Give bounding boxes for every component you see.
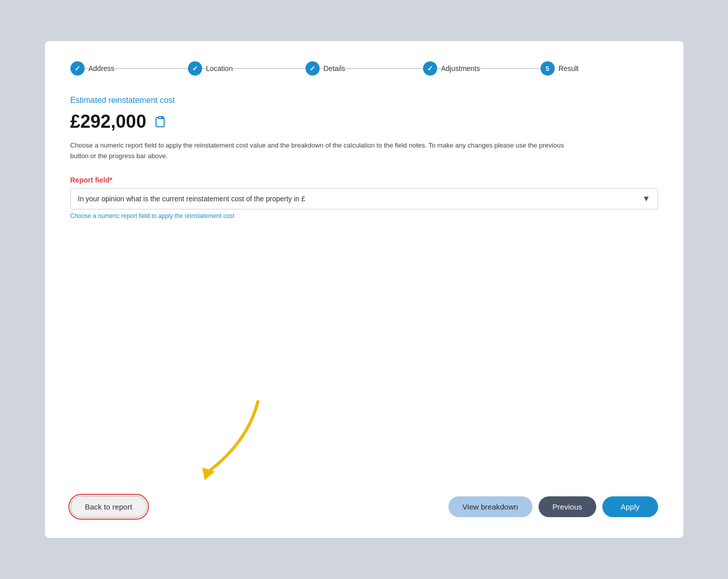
view-breakdown-button[interactable]: View breakdown — [448, 496, 532, 517]
step-address-icon — [70, 61, 85, 76]
main-card: Address Location Details Adjustments 5 R… — [45, 41, 683, 538]
footer: Back to report View breakdown Previous A… — [70, 476, 658, 518]
step-details-icon — [305, 61, 320, 76]
step-result[interactable]: 5 Result — [541, 61, 658, 76]
report-field-select-wrapper: In your opinion what is the current rein… — [70, 188, 658, 209]
previous-button[interactable]: Previous — [539, 496, 596, 517]
step-address[interactable]: Address — [70, 61, 188, 76]
cost-value: £292,000 — [70, 111, 146, 132]
section-title: Estimated reinstatement cost — [70, 96, 658, 105]
footer-left: Back to report — [70, 496, 147, 518]
step-result-label: Result — [559, 64, 579, 73]
spacer — [70, 224, 658, 476]
form-label: Report field* — [70, 176, 658, 184]
step-location-icon — [188, 61, 202, 76]
step-location[interactable]: Location — [188, 61, 305, 76]
apply-button[interactable]: Apply — [602, 496, 658, 517]
svg-rect-1 — [159, 117, 162, 119]
step-details-label: Details — [324, 64, 346, 73]
step-adjustments[interactable]: Adjustments — [423, 61, 541, 76]
back-to-report-button[interactable]: Back to report — [70, 496, 147, 518]
step-location-label: Location — [206, 64, 233, 73]
step-address-label: Address — [89, 64, 114, 73]
step-adjustments-label: Adjustments — [441, 64, 480, 73]
step-adjustments-icon — [423, 61, 437, 76]
description-text: Choose a numeric report field to apply t… — [70, 140, 577, 162]
progress-bar: Address Location Details Adjustments 5 R… — [70, 61, 658, 76]
step-result-icon: 5 — [541, 61, 555, 76]
clipboard-icon[interactable] — [152, 114, 168, 129]
footer-right: View breakdown Previous Apply — [448, 496, 658, 517]
step-details[interactable]: Details — [305, 61, 423, 76]
hint-text: Choose a numeric report field to apply t… — [70, 212, 658, 220]
report-field-select[interactable]: In your opinion what is the current rein… — [71, 189, 658, 209]
form-group: Report field* In your opinion what is th… — [70, 176, 658, 220]
cost-display: £292,000 — [70, 111, 658, 132]
